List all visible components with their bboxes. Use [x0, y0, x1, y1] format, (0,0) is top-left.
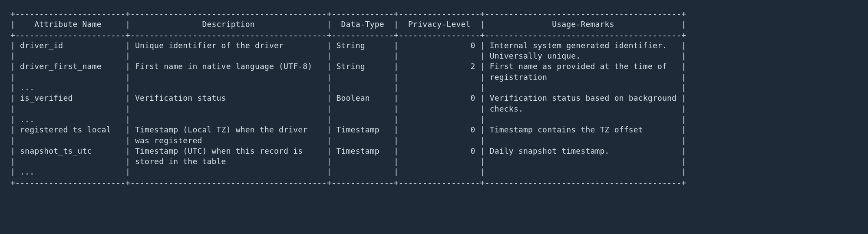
ascii-output: +-----------------------+---------------… [10, 9, 686, 187]
ascii-table: +-----------------------+---------------… [0, 0, 868, 197]
